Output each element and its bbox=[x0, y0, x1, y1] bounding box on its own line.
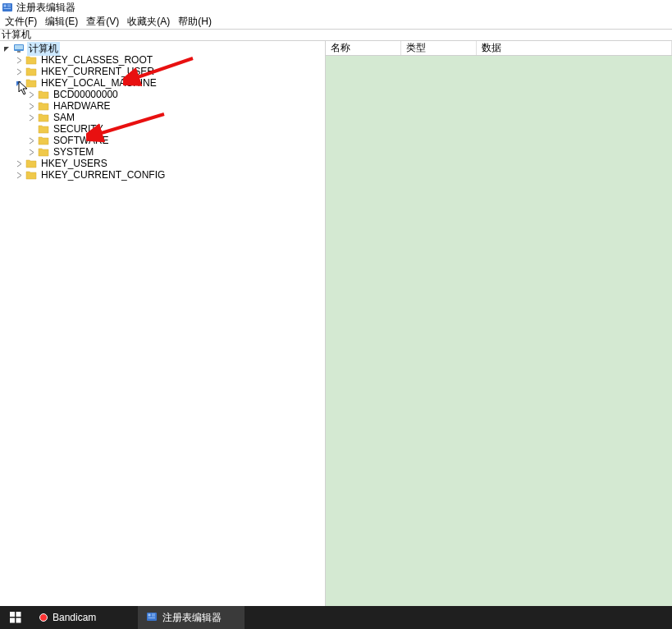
tree-item-software[interactable]: SOFTWARE bbox=[0, 135, 325, 146]
chevron-right-icon[interactable] bbox=[15, 67, 24, 76]
taskbar-label: Bandicam bbox=[53, 612, 96, 623]
folder-icon bbox=[38, 90, 49, 99]
tree-item-hkcu[interactable]: HKEY_CURRENT_USER bbox=[0, 66, 325, 77]
folder-icon bbox=[25, 55, 37, 65]
taskbar-item-regedit[interactable]: 注册表编辑器 bbox=[138, 606, 245, 629]
menu-help[interactable]: 帮助(H) bbox=[175, 15, 215, 29]
tree-label: BCD00000000 bbox=[52, 89, 120, 100]
tree-item-computer[interactable]: 计算机 bbox=[0, 43, 325, 54]
tree-label: SAM bbox=[52, 112, 76, 123]
taskbar-item-bandicam[interactable]: Bandicam bbox=[31, 606, 138, 629]
svg-rect-2 bbox=[7, 5, 11, 6]
svg-rect-7 bbox=[17, 51, 21, 53]
menu-bar: 文件(F) 编辑(E) 查看(V) 收藏夹(A) 帮助(H) bbox=[0, 15, 672, 29]
record-icon bbox=[39, 613, 48, 622]
folder-icon bbox=[25, 67, 37, 76]
list-header: 名称 类型 数据 bbox=[326, 41, 672, 56]
chevron-right-icon[interactable] bbox=[27, 90, 36, 99]
title-bar: 注册表编辑器 bbox=[0, 0, 672, 15]
tree-label: HKEY_CURRENT_CONFIG bbox=[39, 169, 167, 181]
start-button[interactable] bbox=[0, 606, 31, 629]
computer-icon bbox=[13, 44, 25, 53]
tree-label: HKEY_USERS bbox=[39, 158, 109, 169]
taskbar-label: 注册表编辑器 bbox=[162, 611, 222, 625]
tree-item-hkcc[interactable]: HKEY_CURRENT_CONFIG bbox=[0, 169, 325, 181]
tree-item-security[interactable]: SECURITY bbox=[0, 123, 325, 135]
menu-view[interactable]: 查看(V) bbox=[83, 15, 122, 29]
list-panel: 名称 类型 数据 bbox=[326, 41, 672, 606]
address-path: 计算机 bbox=[2, 28, 31, 42]
folder-icon bbox=[38, 135, 49, 145]
tree-item-hkcr[interactable]: HKEY_CLASSES_ROOT bbox=[0, 54, 325, 66]
menu-edit[interactable]: 编辑(E) bbox=[42, 15, 81, 29]
tree-label: HARDWARE bbox=[52, 100, 112, 112]
chevron-right-icon[interactable] bbox=[15, 56, 24, 65]
column-header-data[interactable]: 数据 bbox=[477, 41, 672, 55]
windows-logo-icon bbox=[10, 612, 21, 623]
svg-rect-19 bbox=[152, 615, 155, 616]
svg-rect-12 bbox=[10, 612, 15, 617]
chevron-right-icon[interactable] bbox=[27, 148, 36, 157]
taskbar: Bandicam 注册表编辑器 bbox=[0, 606, 672, 629]
tree-item-hklm[interactable]: HKEY_LOCAL_MACHINE bbox=[0, 77, 325, 89]
folder-icon bbox=[25, 78, 37, 88]
chevron-right-icon[interactable] bbox=[27, 136, 36, 145]
tree-label: 计算机 bbox=[27, 42, 60, 56]
svg-rect-1 bbox=[4, 5, 7, 7]
tree-label: SOFTWARE bbox=[52, 135, 111, 146]
svg-rect-14 bbox=[10, 618, 15, 623]
chevron-right-icon[interactable] bbox=[27, 102, 36, 111]
svg-rect-15 bbox=[16, 618, 21, 623]
tree-label: HKEY_CURRENT_USER bbox=[39, 66, 156, 77]
tree-item-hardware[interactable]: HARDWARE bbox=[0, 100, 325, 112]
tree-label: SECURITY bbox=[52, 123, 105, 135]
menu-favorites[interactable]: 收藏夹(A) bbox=[124, 15, 173, 29]
folder-icon bbox=[25, 158, 37, 168]
chevron-right-icon[interactable] bbox=[27, 113, 36, 122]
svg-rect-18 bbox=[152, 613, 155, 614]
tree-label: HKEY_CLASSES_ROOT bbox=[39, 54, 154, 66]
svg-rect-13 bbox=[16, 612, 21, 617]
folder-icon bbox=[38, 101, 49, 111]
tree-item-system[interactable]: SYSTEM bbox=[0, 146, 325, 158]
regedit-taskbar-icon bbox=[146, 611, 158, 625]
folder-icon bbox=[38, 124, 49, 134]
chevron-right-icon[interactable] bbox=[15, 159, 24, 168]
svg-rect-17 bbox=[149, 613, 151, 616]
tree-label: HKEY_LOCAL_MACHINE bbox=[39, 77, 158, 89]
tree-item-sam[interactable]: SAM bbox=[0, 112, 325, 123]
folder-icon bbox=[38, 112, 49, 122]
chevron-down-icon[interactable] bbox=[2, 44, 11, 53]
address-bar[interactable]: 计算机 bbox=[0, 29, 672, 41]
column-header-name[interactable]: 名称 bbox=[326, 41, 401, 55]
chevron-right-icon[interactable] bbox=[15, 171, 24, 180]
regedit-app-icon bbox=[2, 2, 13, 13]
tree-label: SYSTEM bbox=[52, 146, 95, 158]
window-title: 注册表编辑器 bbox=[16, 1, 75, 15]
svg-rect-4 bbox=[4, 8, 11, 9]
menu-file[interactable]: 文件(F) bbox=[2, 15, 40, 29]
registry-tree: 计算机 HKEY_CLASSES_ROOT HKEY bbox=[0, 41, 325, 181]
svg-rect-20 bbox=[149, 618, 156, 618]
tree-item-hku[interactable]: HKEY_USERS bbox=[0, 158, 325, 169]
folder-icon bbox=[38, 147, 49, 157]
folder-icon bbox=[25, 170, 37, 180]
svg-rect-6 bbox=[15, 45, 23, 49]
main-area: 计算机 HKEY_CLASSES_ROOT HKEY bbox=[0, 41, 672, 606]
column-header-type[interactable]: 类型 bbox=[401, 41, 477, 55]
tree-item-bcd[interactable]: BCD00000000 bbox=[0, 89, 325, 100]
tree-panel: 计算机 HKEY_CLASSES_ROOT HKEY bbox=[0, 41, 326, 606]
svg-rect-3 bbox=[7, 7, 11, 7]
chevron-down-icon[interactable] bbox=[15, 79, 24, 88]
